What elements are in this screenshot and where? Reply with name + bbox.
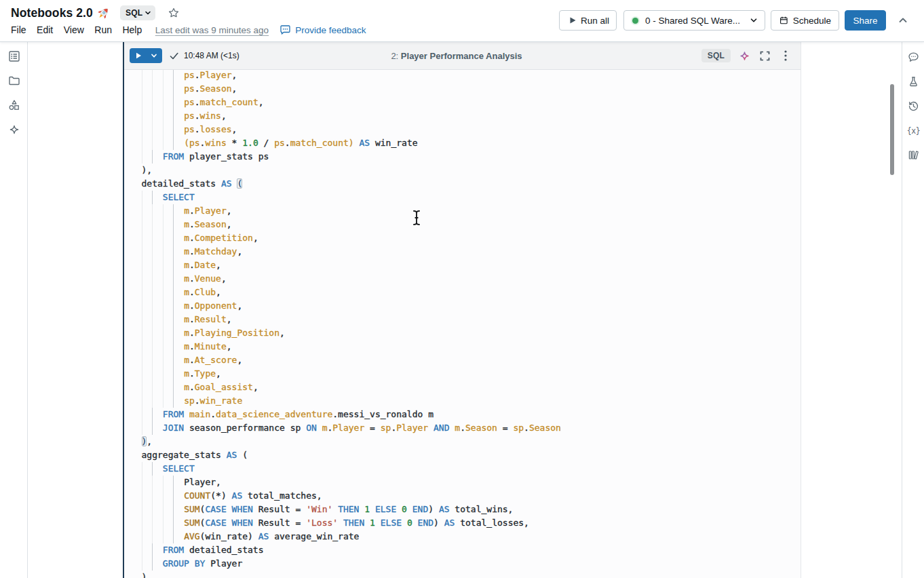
experiments-button[interactable] bbox=[908, 76, 919, 88]
indent-guide bbox=[142, 136, 142, 150]
code-line[interactable]: m.Type, bbox=[124, 367, 801, 381]
cell-run-button[interactable] bbox=[130, 48, 162, 63]
provide-feedback-link[interactable]: Provide feedback bbox=[280, 24, 366, 36]
code-line[interactable]: sp.win_rate bbox=[124, 394, 801, 408]
indent-guide bbox=[152, 476, 153, 489]
code-line[interactable]: ps.Player, bbox=[124, 70, 801, 82]
code-line[interactable]: SUM(CASE WHEN Result = 'Win' THEN 1 ELSE… bbox=[124, 503, 801, 516]
provide-feedback-label: Provide feedback bbox=[295, 25, 366, 35]
menu-help[interactable]: Help bbox=[122, 24, 142, 35]
last-edit-link[interactable]: Last edit was 9 minutes ago bbox=[155, 25, 269, 35]
code-line[interactable]: m.At_score, bbox=[124, 353, 801, 367]
code-line[interactable]: ps.losses, bbox=[124, 123, 801, 136]
code-line[interactable]: ), bbox=[124, 435, 801, 448]
code-line[interactable]: SELECT bbox=[124, 191, 801, 204]
code-line[interactable]: m.Date, bbox=[124, 258, 801, 272]
code-line[interactable]: m.Player, bbox=[124, 204, 801, 218]
indent-guide bbox=[163, 258, 163, 272]
comments-button[interactable] bbox=[908, 52, 919, 63]
indent-guide bbox=[142, 218, 142, 231]
code-line[interactable]: ), bbox=[124, 163, 801, 177]
menu-view[interactable]: View bbox=[64, 24, 84, 35]
code-line[interactable]: Player, bbox=[124, 476, 801, 489]
schema-shapes-icon bbox=[8, 99, 20, 111]
cell-language-badge[interactable]: SQL bbox=[701, 49, 731, 62]
indent-guide bbox=[173, 394, 174, 408]
run-success-check-icon bbox=[169, 51, 179, 61]
fullscreen-icon bbox=[760, 51, 770, 61]
cell-assistant-button[interactable] bbox=[738, 50, 750, 62]
menu-edit[interactable]: Edit bbox=[37, 24, 53, 35]
collapse-header-button[interactable] bbox=[897, 14, 909, 27]
share-button[interactable]: Share bbox=[845, 10, 886, 31]
code-line[interactable]: m.Result, bbox=[124, 313, 801, 326]
code-line[interactable]: GROUP BY Player bbox=[124, 557, 801, 571]
code-line[interactable]: m.Competition, bbox=[124, 231, 801, 245]
schedule-button[interactable]: Schedule bbox=[771, 10, 839, 31]
code-line[interactable]: (ps.wins * 1.0 / ps.match_count) AS win_… bbox=[124, 136, 801, 150]
warehouse-selector[interactable]: 0 - Shared SQL Ware... bbox=[623, 10, 765, 31]
code-line[interactable]: m.Venue, bbox=[124, 272, 801, 286]
indent-guide bbox=[163, 245, 163, 258]
variables-button[interactable]: {x} bbox=[908, 125, 919, 136]
indent-guide bbox=[163, 96, 163, 109]
code-line[interactable]: COUNT(*) AS total_matches, bbox=[124, 489, 801, 503]
menu-file[interactable]: File bbox=[11, 24, 26, 35]
code-line[interactable]: AVG(win_rate) AS average_win_rate bbox=[124, 530, 801, 543]
code-line[interactable]: ) bbox=[124, 571, 801, 578]
code-line[interactable]: detailed_stats AS ( bbox=[124, 177, 801, 191]
indent-guide bbox=[173, 353, 174, 367]
code-line[interactable]: ps.match_count, bbox=[124, 96, 801, 109]
code-line[interactable]: ps.Season, bbox=[124, 82, 801, 96]
code-line[interactable]: m.Club, bbox=[124, 286, 801, 299]
indent-guide bbox=[152, 272, 153, 286]
share-label: Share bbox=[853, 16, 877, 26]
indent-guide bbox=[152, 326, 153, 340]
code-line[interactable]: FROM detailed_stats bbox=[124, 543, 801, 557]
rocket-emoji bbox=[97, 7, 110, 20]
cell-menu-button[interactable] bbox=[779, 50, 792, 62]
indent-guide bbox=[163, 136, 163, 150]
code-line[interactable]: aggregate_stats AS ( bbox=[124, 448, 801, 462]
favorite-star-button[interactable] bbox=[168, 6, 179, 20]
workspace-folder-button[interactable] bbox=[8, 75, 20, 87]
cell-fullscreen-button[interactable] bbox=[758, 50, 771, 62]
code-line[interactable]: FROM player_stats ps bbox=[124, 150, 801, 163]
code-line[interactable]: ps.wins, bbox=[124, 109, 801, 123]
assistant-button[interactable] bbox=[8, 123, 20, 136]
page-scrollbar-thumb[interactable] bbox=[890, 84, 894, 175]
libraries-button[interactable] bbox=[908, 149, 919, 161]
indent-guide bbox=[152, 503, 153, 516]
cell-last-run-time[interactable]: 10:48 AM (<1s) bbox=[184, 51, 239, 60]
indent-guide bbox=[142, 421, 142, 435]
sql-editor[interactable]: ps.Player, ps.Season, ps.match_count, ps… bbox=[124, 70, 801, 578]
code-line[interactable]: m.Opponent, bbox=[124, 299, 801, 313]
version-history-button[interactable] bbox=[908, 100, 919, 112]
code-line[interactable]: m.Matchday, bbox=[124, 245, 801, 258]
menu-bar: File Edit View Run Help Last edit was 9 … bbox=[11, 22, 366, 37]
indent-guide bbox=[163, 381, 163, 394]
indent-guide bbox=[142, 150, 142, 163]
code-line[interactable]: m.Goal_assist, bbox=[124, 381, 801, 394]
run-all-button[interactable]: Run all bbox=[559, 10, 617, 31]
indent-guide bbox=[152, 258, 153, 272]
code-line[interactable]: JOIN season_performance sp ON m.Player =… bbox=[124, 421, 801, 435]
code-line[interactable]: m.Season, bbox=[124, 218, 801, 231]
schema-browser-button[interactable] bbox=[8, 99, 20, 111]
notebook-language-selector[interactable]: SQL bbox=[120, 5, 155, 20]
indent-guide bbox=[142, 286, 142, 299]
indent-guide bbox=[173, 326, 174, 340]
code-line[interactable]: m.Playing_Position, bbox=[124, 326, 801, 340]
code-line[interactable]: m.Minute, bbox=[124, 340, 801, 353]
indent-guide bbox=[163, 489, 163, 503]
indent-guide bbox=[173, 381, 174, 394]
code-line[interactable]: FROM main.data_science_adventure.messi_v… bbox=[124, 408, 801, 421]
menu-run[interactable]: Run bbox=[94, 24, 112, 35]
code-line[interactable]: SELECT bbox=[124, 462, 801, 476]
code-line[interactable]: SUM(CASE WHEN Result = 'Loss' THEN 1 ELS… bbox=[124, 516, 801, 530]
history-clock-icon bbox=[908, 100, 919, 112]
table-of-contents-button[interactable] bbox=[8, 50, 20, 62]
indent-guide bbox=[163, 231, 163, 245]
indent-guide bbox=[163, 530, 163, 543]
notebook-title[interactable]: Notebooks 2.0 bbox=[11, 6, 93, 20]
